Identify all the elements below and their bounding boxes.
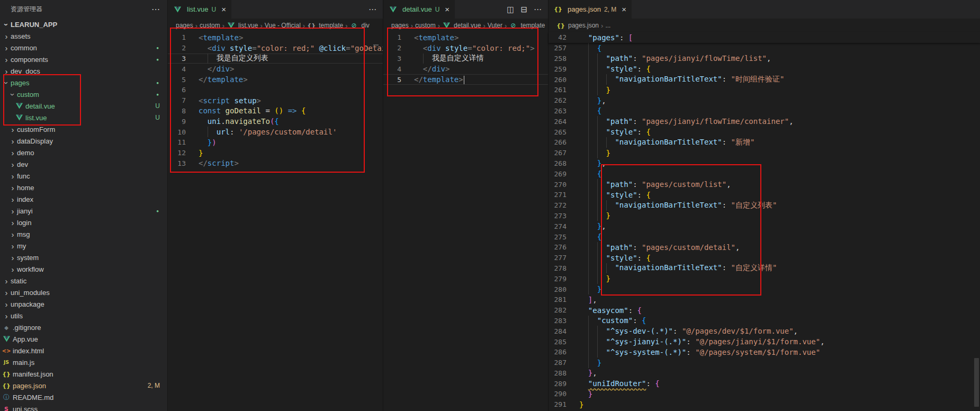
breadcrumb-item-template[interactable]: ⊘template [509,22,545,29]
tree-file-manifest.json[interactable]: {}manifest.json [0,368,167,380]
item-label: pages [11,79,29,87]
tree-folder-dev[interactable]: ›dev [0,158,167,170]
code-text: }, [574,222,606,230]
breadcrumb-item-pages[interactable]: pages [391,22,409,29]
breadcrumb-item-detail.vue[interactable]: detail.vue [442,22,481,29]
tree-folder-login[interactable]: ›login [0,217,167,228]
code-editor[interactable]: 1<template>2 <div style="color: red;">3 … [383,32,548,85]
tree-folder-dataDisplay[interactable]: ›dataDisplay [0,135,167,147]
tree-folder-static[interactable]: ›static [0,275,167,287]
code-text: "style": { [574,65,651,73]
close-icon[interactable]: × [445,5,449,14]
tab-bar: {}pages.json2, M× [549,0,980,19]
line-number: 286 [549,348,574,356]
breadcrumb-item-vuter[interactable]: Vuter [488,22,502,29]
line-number: 290 [549,390,574,398]
tree-folder-demo[interactable]: ›demo [0,147,167,158]
tree-folder-my[interactable]: ›my [0,240,167,252]
code-line-262: 262 }, [549,95,980,106]
git-changes-dot: ● [156,92,159,97]
breadcrumb-item-vue-official[interactable]: Vue - Official [265,22,301,29]
tree-folder-uni_modules[interactable]: ›uni_modules [0,287,167,298]
tree-folder-dev_docs[interactable]: ›dev_docs [0,65,167,77]
tree-folder-common[interactable]: ›common● [0,42,167,53]
code-text: "custom": { [574,316,646,325]
tree-file-App.vue[interactable]: App.vue [0,333,167,345]
tree-file-.gitignore[interactable]: ◆.gitignore [0,321,167,333]
tree-folder-utils[interactable]: ›utils [0,310,167,321]
tab-status-badge: 2, M [604,6,616,13]
tree-folder-custom[interactable]: ›custom● [0,88,167,100]
breadcrumb-item-list.vue[interactable]: list.vue [227,22,258,29]
chevron-right-icon: › [2,277,11,285]
tree-folder-system[interactable]: ›system [0,252,167,263]
close-icon[interactable]: × [221,5,226,14]
item-label: login [17,219,31,227]
breadcrumb-item-...[interactable]: ... [605,22,610,29]
code-text: } [574,400,583,409]
tree-file-uni.scss[interactable]: Suni.scss [0,403,167,411]
code-text: const goDetail = () => { [193,106,305,115]
breadcrumb-separator: › [345,22,347,30]
tree-folder-func[interactable]: ›func [0,170,167,182]
tree-file-main.js[interactable]: JSmain.js [0,356,167,368]
tree-folder-index[interactable]: ›index [0,193,167,205]
close-icon[interactable]: × [622,5,626,14]
tree-folder-components[interactable]: ›components● [0,53,167,65]
item-label: system [17,254,39,262]
breadcrumb-item-template[interactable]: {}template [307,22,343,29]
more-actions-icon[interactable]: ⋯ [534,5,542,14]
line-number: 274 [549,222,574,230]
breadcrumb-separator: › [505,22,507,30]
breadcrumb-item-custom[interactable]: custom [200,22,220,29]
more-actions-icon[interactable]: ⋯ [368,5,376,14]
toggle-layout-icon[interactable]: ⊟ [520,5,527,14]
item-label: jianyi [17,207,33,215]
breadcrumb-item-div[interactable]: ⊘div [350,22,370,29]
line-number: 1 [168,33,193,41]
tab-detail.vue[interactable]: detail.vueU× [383,0,455,19]
tree-folder-pages[interactable]: ›pages● [0,77,167,88]
tab-pages.json[interactable]: {}pages.json2, M× [549,0,632,19]
explorer-more-actions-icon[interactable]: ⋯ [151,4,160,14]
tree-folder-assets[interactable]: ›assets [0,30,167,42]
tree-folder-unpackage[interactable]: ›unpackage [0,298,167,310]
tree-folder-jianyi[interactable]: ›jianyi● [0,205,167,217]
breadcrumb-item-custom[interactable]: custom [415,22,436,29]
line-number: 283 [549,317,574,325]
code-line-278: 278 "navigationBarTitleText": "自定义详情" [549,263,980,274]
tab-list.vue[interactable]: list.vueU× [168,0,231,19]
line-number: 5 [383,76,409,84]
item-label: README.md [13,394,53,401]
code-line-289: 289 "uniIdRouter": { [549,378,980,389]
tree-folder-msg[interactable]: ›msg [0,228,167,240]
breadcrumb-item-pages.json[interactable]: {}pages.json [556,22,599,29]
breadcrumb-item-pages[interactable]: pages [176,22,193,29]
tree-file-detail.vue[interactable]: detail.vueU [0,100,167,112]
item-label: my [17,242,26,250]
split-editor-icon[interactable]: ◫ [507,5,514,14]
code-line-286: 286 "^sys-system-(.*)": "@/pages/system/… [549,347,980,358]
breadcrumb: {}pages.json›... [549,19,980,32]
code-line-259: 259 "style": { [549,64,980,74]
line-number: 270 [549,181,574,189]
code-editor[interactable]: 1<template>2 <div style="color: red;" @c… [168,32,383,168]
code-text: } [193,149,203,157]
json-icon: {} [556,22,565,29]
tree-folder-customForm[interactable]: ›customForm [0,123,167,135]
tree-file-README.md[interactable]: ⓘREADME.md [0,391,167,403]
line-number: 277 [549,254,574,262]
tree-root-folder[interactable]: › LEARUN_APP [0,19,167,30]
scrollbar-thumb[interactable] [974,358,979,407]
html-icon: <> [2,348,11,354]
tree-file-pages.json[interactable]: {}pages.json2, M [0,380,167,391]
tree-folder-home[interactable]: ›home [0,182,167,193]
tab-bar: list.vueU×⋯ [168,0,383,19]
code-editor[interactable]: 42 "pages": [257 {258 "path": "pages/jia… [549,32,980,410]
editor-actions: ◫⊟⋯ [507,0,548,19]
overview-ruler-marker [373,44,379,46]
chevron-right-icon: › [8,137,17,145]
tree-file-list.vue[interactable]: list.vueU [0,112,167,123]
tree-folder-workflow[interactable]: ›workflow [0,263,167,275]
tree-file-index.html[interactable]: <>index.html [0,345,167,356]
